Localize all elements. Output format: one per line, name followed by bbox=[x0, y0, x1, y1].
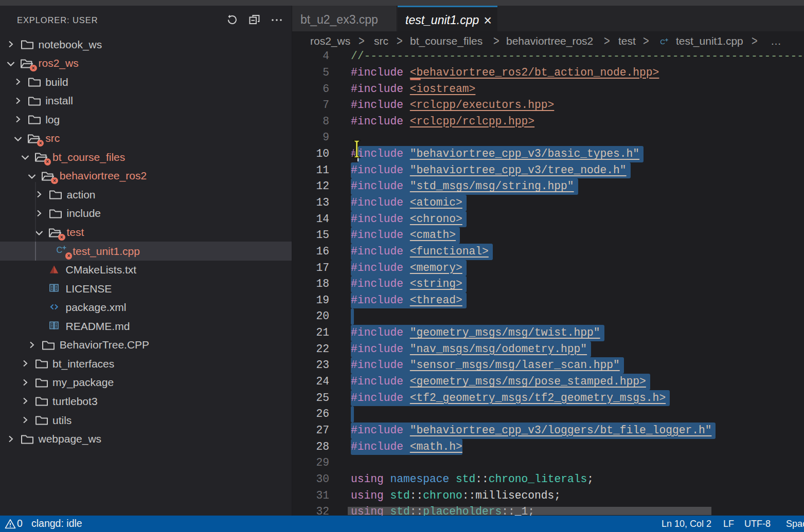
svg-text:C: C bbox=[56, 245, 62, 254]
svg-text:C: C bbox=[660, 38, 665, 46]
